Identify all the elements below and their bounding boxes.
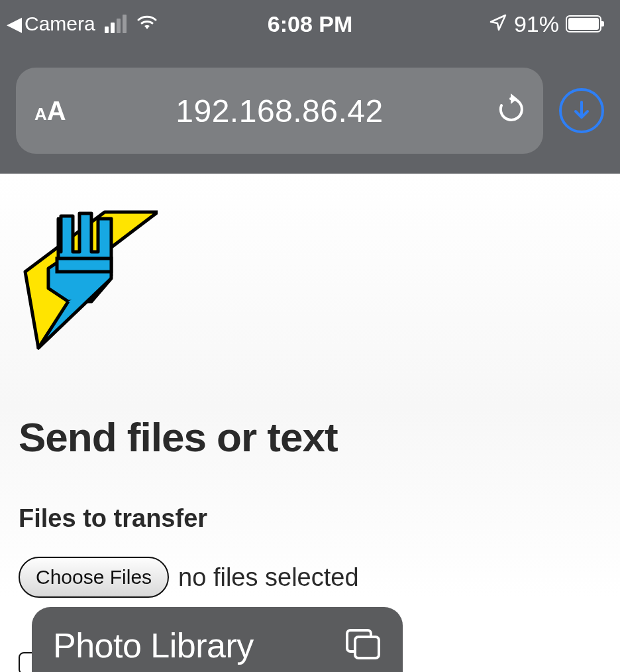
file-picker-sheet: Photo Library bbox=[32, 607, 403, 672]
browser-toolbar: AA 192.168.86.42 bbox=[0, 48, 620, 174]
svg-rect-2 bbox=[355, 637, 379, 658]
reload-button[interactable] bbox=[497, 93, 525, 128]
back-to-app[interactable]: ◀ Camera bbox=[7, 13, 95, 35]
photo-library-label: Photo Library bbox=[53, 626, 254, 665]
back-app-label: Camera bbox=[25, 13, 95, 35]
battery-percentage: 91% bbox=[514, 11, 559, 37]
address-bar[interactable]: AA 192.168.86.42 bbox=[16, 68, 543, 154]
downloads-button[interactable] bbox=[559, 88, 604, 133]
page-content: Send files or text Files to transfer Cho… bbox=[0, 174, 620, 598]
battery-icon bbox=[566, 15, 601, 32]
choose-files-button[interactable]: Choose Files bbox=[19, 557, 169, 598]
location-icon bbox=[489, 13, 507, 34]
sheet-option-photo-library[interactable]: Photo Library bbox=[53, 626, 382, 665]
photo-stack-icon bbox=[344, 628, 382, 663]
status-bar: ◀ Camera 6:08 PM 91% bbox=[0, 0, 620, 48]
file-selection-status: no files selected bbox=[178, 563, 359, 592]
download-arrow-icon bbox=[570, 99, 593, 122]
page-heading: Send files or text bbox=[19, 414, 601, 461]
back-caret-icon: ◀ bbox=[7, 14, 22, 34]
url-text: 192.168.86.42 bbox=[176, 93, 383, 129]
app-logo bbox=[19, 199, 601, 354]
svg-rect-0 bbox=[57, 258, 111, 272]
wifi-icon bbox=[136, 14, 158, 34]
cellular-signal-icon bbox=[105, 15, 127, 33]
clock: 6:08 PM bbox=[268, 11, 353, 37]
files-section-label: Files to transfer bbox=[19, 504, 601, 533]
text-size-button[interactable]: AA bbox=[34, 96, 66, 126]
